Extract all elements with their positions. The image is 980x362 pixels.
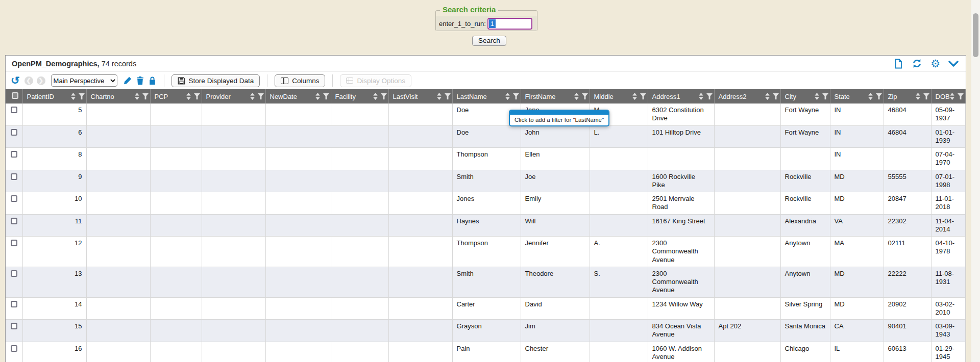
column-header-address1[interactable]: Address1 [648,89,714,104]
sort-icon[interactable] [574,93,579,100]
filter-icon[interactable] [445,93,451,99]
filter-icon[interactable] [876,93,882,99]
sort-icon[interactable] [815,93,819,100]
column-header-firstname[interactable]: FirstName [521,89,590,104]
filter-icon[interactable] [381,93,387,99]
table-row[interactable]: 8ThompsonEllenIN07-04-1970 [6,148,966,170]
column-header-chartno[interactable]: Chartno [86,89,150,104]
sort-icon[interactable] [135,93,139,100]
sort-icon[interactable] [868,93,873,100]
column-header-lastvisit[interactable]: LastVisit [388,89,452,104]
vertical-scrollbar[interactable] [971,0,980,362]
row-checkbox[interactable] [11,323,17,329]
table-row[interactable]: 11HaynesWill16167 King StreetAlexandriaV… [6,214,966,237]
table-row[interactable]: 10JonesEmily2501 Merrvale RoadRockvilleM… [6,192,966,215]
store-displayed-data-button[interactable]: Store Displayed Data [172,74,260,87]
search-button[interactable]: Search [472,36,506,46]
sort-icon[interactable] [765,93,770,100]
select-all-header[interactable] [6,89,22,104]
chevron-down-icon[interactable] [948,61,959,67]
cell-newdate [265,125,331,148]
table-row[interactable]: 9SmithJoe1600 Rockville PikeRockvilleMD5… [6,170,966,192]
sort-icon[interactable] [950,93,954,100]
table-row[interactable]: 15GraysonJim834 Ocean Vista AvenueApt 20… [6,320,966,342]
row-checkbox[interactable] [11,345,17,352]
filter-icon[interactable] [958,93,964,99]
row-checkbox[interactable] [11,270,17,277]
column-header-dob[interactable]: DOB [931,89,966,104]
refresh-icon[interactable] [912,58,922,69]
edit-pencil-icon[interactable] [123,76,132,85]
cell-pcp [150,214,202,237]
table-row[interactable]: 14CarterDavid1234 Willow WaySilver Sprin… [6,297,966,320]
column-header-city[interactable]: City [780,89,830,104]
trash-icon[interactable] [136,76,144,85]
filter-icon[interactable] [513,93,519,99]
row-checkbox[interactable] [11,301,17,307]
column-header-patientid[interactable]: PatientID [22,89,86,104]
cell-state: IL [830,342,884,362]
sort-icon[interactable] [632,93,637,100]
filter-icon[interactable] [822,93,828,99]
sort-icon[interactable] [315,93,320,100]
filter-icon[interactable] [323,93,329,99]
column-header-pcp[interactable]: PCP [150,89,202,104]
sort-icon[interactable] [505,93,510,100]
filter-icon[interactable] [640,93,646,99]
table-row[interactable]: 16PainChester1060 W. Addison AvenueChica… [6,342,966,362]
column-header-provider[interactable]: Provider [202,89,265,104]
scrollbar-thumb[interactable] [973,13,978,57]
row-checkbox[interactable] [11,107,17,113]
perspective-select[interactable]: Main Perspective [51,74,117,87]
cell-address2 [714,267,780,297]
cell-pcp [150,297,202,320]
filter-icon[interactable] [706,93,713,99]
filter-icon[interactable] [79,93,85,99]
column-header-middle[interactable]: Middle [590,89,648,104]
new-document-icon[interactable] [893,59,903,69]
sort-icon[interactable] [373,93,378,100]
cell-newdate [265,170,331,192]
nav-forward-icon[interactable]: ❯ [37,76,45,85]
column-header-lastname[interactable]: LastName [452,89,521,104]
table-row[interactable]: 5DoeJaneM.6302 Constitution DriveFort Wa… [6,104,966,125]
sort-icon[interactable] [186,93,191,100]
sort-icon[interactable] [916,93,920,100]
filter-icon[interactable] [142,93,149,99]
column-header-address2[interactable]: Address2 [714,89,780,104]
table-row[interactable]: 6DoeJohnL.101 Hilltop DriveFort WayneIN4… [6,125,966,148]
sort-icon[interactable] [699,93,703,100]
row-checkbox[interactable] [11,195,17,202]
gear-icon[interactable]: ⚙ [930,59,940,69]
row-checkbox[interactable] [11,151,17,158]
filter-icon[interactable] [258,93,264,99]
sort-icon[interactable] [71,93,76,100]
row-checkbox[interactable] [11,240,17,246]
sort-icon[interactable] [437,93,442,100]
column-header-state[interactable]: State [830,89,884,104]
display-options-button: Display Options [340,74,411,87]
filter-icon[interactable] [923,93,929,99]
run-input[interactable]: 1 [487,18,532,30]
cell-pcp [150,125,202,148]
table-row[interactable]: 13SmithTheodoreS.2300 Commonwealth Avenu… [6,267,966,297]
row-checkbox[interactable] [11,218,17,224]
column-header-facility[interactable]: Facility [331,89,388,104]
column-header-zip[interactable]: Zip [884,89,931,104]
row-checkbox-cell [6,342,22,362]
column-header-newdate[interactable]: NewDate [265,89,331,104]
filter-icon[interactable] [773,93,779,99]
undo-icon[interactable]: ↺ [11,75,20,86]
filter-icon[interactable] [194,93,200,99]
cell-newdate [265,342,331,362]
row-checkbox[interactable] [11,173,17,180]
select-all-checkbox[interactable] [12,92,18,99]
nav-back-icon[interactable]: ❮ [24,76,33,85]
table-row[interactable]: 12ThompsonJenniferA.2300 Commonwealth Av… [6,237,966,267]
cell-middle [590,170,648,192]
row-checkbox[interactable] [11,129,17,136]
lock-icon[interactable] [148,76,157,85]
filter-icon[interactable] [582,93,588,99]
sort-icon[interactable] [250,93,255,100]
columns-button[interactable]: Columns [275,74,325,87]
